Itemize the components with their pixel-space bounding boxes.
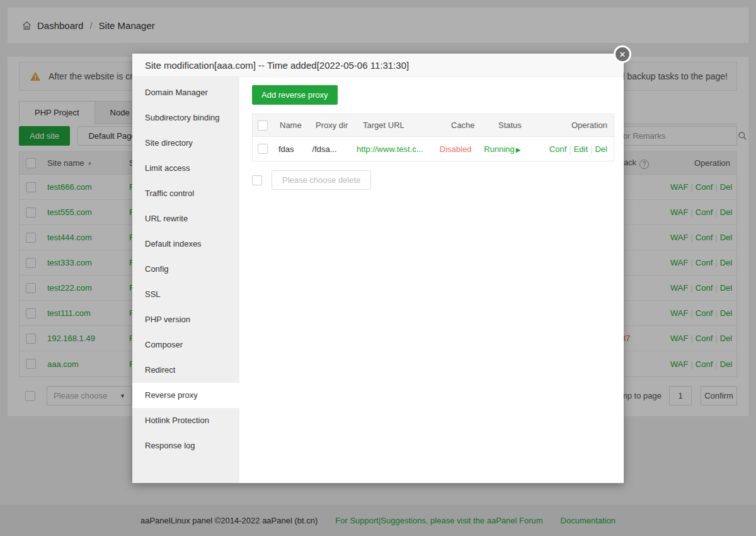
add-reverse-proxy-button[interactable]: Add reverse proxy bbox=[252, 85, 338, 105]
proxy-header-cache: Cache bbox=[451, 120, 498, 130]
modal-menu-limit-access[interactable]: Limit access bbox=[132, 156, 239, 181]
proxy-header-status: Status bbox=[498, 120, 568, 130]
modal-menu-response-log[interactable]: Response log bbox=[132, 433, 239, 458]
proxy-header-name: Name bbox=[280, 120, 316, 130]
modal-menu-site-directory[interactable]: Site directory bbox=[132, 131, 239, 156]
modal-sidebar: Domain ManagerSubdirectory bindingSite d… bbox=[132, 77, 239, 483]
proxy-run-status[interactable]: Running▶ bbox=[484, 144, 549, 154]
modal-menu-default-indexes[interactable]: Default indexes bbox=[132, 231, 239, 257]
proxy-table-row: fdas /fdsa... http://www.test.c... Disab… bbox=[253, 137, 614, 161]
modal-menu-subdirectory-binding[interactable]: Subdirectory binding bbox=[132, 105, 239, 131]
proxy-operations: Conf|Edit|Del bbox=[549, 144, 614, 154]
modal-menu-traffic-control[interactable]: Traffic control bbox=[132, 181, 239, 206]
modal-menu-php-version[interactable]: PHP version bbox=[132, 307, 239, 332]
proxy-batch-bar: Please choose delete bbox=[252, 170, 611, 190]
proxy-dir: /fdsa... bbox=[312, 144, 357, 154]
proxy-table-header: Name Proxy dir Target URL Cache Status O… bbox=[253, 114, 614, 137]
proxy-header-operation: Operation bbox=[568, 120, 614, 130]
proxy-target-url[interactable]: http://www.test.c... bbox=[357, 144, 440, 154]
modal-menu-url-rewrite[interactable]: URL rewrite bbox=[132, 206, 239, 231]
proxy-edit-link[interactable]: Edit bbox=[574, 144, 588, 154]
modal-menu-config[interactable]: Config bbox=[132, 257, 239, 282]
play-icon: ▶ bbox=[516, 146, 521, 153]
proxy-conf-link[interactable]: Conf bbox=[549, 144, 566, 154]
reverse-proxy-table: Name Proxy dir Target URL Cache Status O… bbox=[252, 114, 614, 161]
proxy-name: fdas bbox=[278, 144, 312, 154]
proxy-del-link[interactable]: Del bbox=[595, 144, 607, 154]
modal-menu-redirect[interactable]: Redirect bbox=[132, 358, 239, 383]
modal-menu-reverse-proxy[interactable]: Reverse proxy bbox=[132, 383, 239, 408]
reverse-proxy-panel: Add reverse proxy Name Proxy dir Target … bbox=[239, 77, 624, 483]
proxy-header-url: Target URL bbox=[363, 120, 451, 130]
site-modification-modal: ✕ Site modification[aaa.com] -- Time add… bbox=[132, 54, 624, 483]
proxy-batch-checkbox[interactable] bbox=[252, 175, 262, 185]
modal-menu-composer[interactable]: Composer bbox=[132, 332, 239, 358]
proxy-cache-status: Disabled bbox=[440, 144, 484, 154]
proxy-select-all-checkbox[interactable] bbox=[258, 120, 268, 131]
proxy-row-checkbox[interactable] bbox=[258, 144, 268, 154]
batch-delete-button[interactable]: Please choose delete bbox=[272, 170, 371, 190]
modal-menu-ssl[interactable]: SSL bbox=[132, 282, 239, 307]
modal-menu-hotlink-protection[interactable]: Hotlink Protection bbox=[132, 408, 239, 433]
close-icon[interactable]: ✕ bbox=[614, 45, 631, 63]
proxy-header-dir: Proxy dir bbox=[316, 120, 363, 130]
modal-title: Site modification[aaa.com] -- Time added… bbox=[132, 54, 624, 77]
modal-menu-domain-manager[interactable]: Domain Manager bbox=[132, 80, 239, 105]
